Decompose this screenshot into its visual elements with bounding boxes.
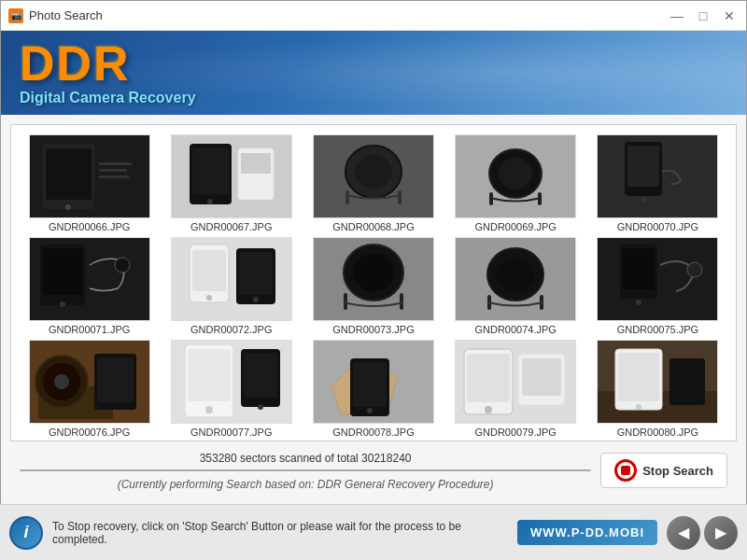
maximize-button[interactable]: □ [694,7,712,25]
photo-thumb [29,134,150,218]
photo-thumb [597,134,718,218]
stop-search-label: Stop Search [642,464,713,478]
svg-rect-60 [97,357,134,402]
progress-row: 353280 sectors scanned of total 30218240… [20,449,727,492]
svg-rect-77 [522,358,561,396]
photo-label: GNDR00074.JPG [474,324,556,335]
photo-label: GNDR00078.JPG [332,427,414,438]
photo-thumb [597,237,718,321]
photo-label: GNDR00080.JPG [617,427,698,438]
list-item[interactable]: GNDR00076.JPG [21,340,158,438]
list-item[interactable]: GNDR00080.JPG [589,340,726,438]
header-banner: DDR Digital Camera Recovery [1,31,746,115]
photo-thumb [313,134,434,218]
photo-container[interactable]: GNDR00066.JPG GNDR00067.JPG GNDR00068.JP… [10,124,737,441]
svg-point-15 [355,155,392,189]
list-item[interactable]: GNDR00070.JPG [589,134,726,232]
svg-point-52 [636,300,641,305]
svg-point-3 [65,204,71,210]
bottom-bar: i To Stop recovery, click on 'Stop Searc… [0,504,747,560]
svg-point-30 [60,301,65,307]
svg-rect-74 [467,354,510,402]
photo-label: GNDR00079.JPG [474,427,556,438]
svg-point-20 [499,158,532,189]
list-item[interactable]: GNDR00067.JPG [162,134,300,232]
stop-search-button[interactable]: Stop Search [600,453,727,488]
svg-point-82 [636,404,641,410]
svg-point-10 [207,199,213,204]
svg-rect-66 [244,353,277,398]
photo-label: GNDR00075.JPG [617,324,698,335]
svg-rect-29 [43,248,82,295]
svg-rect-81 [618,353,659,401]
photo-label: GNDR00066.JPG [49,221,130,232]
photo-thumb [29,340,150,424]
svg-rect-70 [353,362,387,407]
svg-rect-17 [398,190,402,204]
svg-point-67 [258,404,263,410]
list-item[interactable]: GNDR00074.JPG [447,237,585,335]
photo-label: GNDR00067.JPG [190,221,272,232]
photo-label: GNDR00072.JPG [190,324,272,335]
svg-rect-83 [669,358,705,405]
photo-label: GNDR00073.JPG [332,324,414,335]
minimize-button[interactable]: — [668,7,686,25]
list-item[interactable]: GNDR00075.JPG [589,237,726,335]
list-item[interactable]: GNDR00077.JPG [162,340,300,438]
list-item[interactable]: GNDR00068.JPG [304,134,442,232]
stop-icon-inner [621,466,630,475]
list-item[interactable]: GNDR00072.JPG [162,237,300,335]
photo-thumb [313,237,434,321]
photo-thumb [455,134,576,218]
photo-thumb [171,134,292,218]
svg-rect-4 [99,162,132,165]
list-item[interactable]: GNDR00073.JPG [304,237,442,335]
photo-thumb [171,237,292,321]
svg-point-41 [353,254,394,291]
close-button[interactable]: ✕ [720,7,739,25]
svg-rect-5 [99,169,127,172]
photo-label: GNDR00068.JPG [332,221,414,232]
svg-rect-6 [99,175,129,178]
svg-rect-2 [46,148,92,200]
nav-buttons: ◀ ▶ [667,516,738,550]
svg-point-58 [54,374,69,389]
svg-rect-63 [188,349,231,401]
list-item[interactable]: GNDR00066.JPG [21,134,158,232]
svg-rect-9 [192,147,229,194]
photo-thumb [313,340,434,424]
titlebar-controls: — □ ✕ [668,7,739,25]
list-item[interactable]: GNDR00078.JPG [304,340,442,438]
window-title: Photo Search [29,8,103,22]
svg-rect-12 [241,153,271,174]
list-item[interactable]: GNDR00071.JPG [21,237,158,335]
list-item[interactable]: GNDR00069.JPG [447,134,585,232]
titlebar-left: 📷 Photo Search [8,8,103,23]
svg-rect-42 [344,293,347,310]
progress-bar [20,469,591,471]
info-icon: i [9,516,43,550]
photo-label: GNDR00070.JPG [617,221,698,232]
svg-point-31 [115,258,130,273]
svg-point-64 [205,406,213,413]
bottom-message: To Stop recovery, click on 'Stop Search'… [52,520,508,546]
progress-text: 353280 sectors scanned of total 30218240 [200,452,412,465]
svg-point-75 [485,406,492,413]
titlebar: 📷 Photo Search — □ ✕ [1,1,746,31]
svg-point-46 [497,258,534,291]
photo-grid: GNDR00066.JPG GNDR00067.JPG GNDR00068.JP… [21,134,726,438]
svg-point-53 [687,262,702,277]
svg-rect-43 [400,293,403,310]
list-item[interactable]: GNDR00079.JPG [447,340,585,438]
nav-back-button[interactable]: ◀ [667,516,700,550]
photo-label: GNDR00077.JPG [190,427,272,438]
svg-rect-16 [345,190,349,204]
logo-ddr: DDR [20,39,196,88]
photo-label: GNDR00076.JPG [49,427,130,438]
nav-forward-button[interactable]: ▶ [704,516,738,550]
photo-thumb [455,340,576,424]
app-icon: 📷 [8,8,23,23]
progress-status: (Currently performing Search based on: D… [118,478,494,491]
photo-thumb [171,340,292,424]
svg-rect-25 [627,146,659,187]
